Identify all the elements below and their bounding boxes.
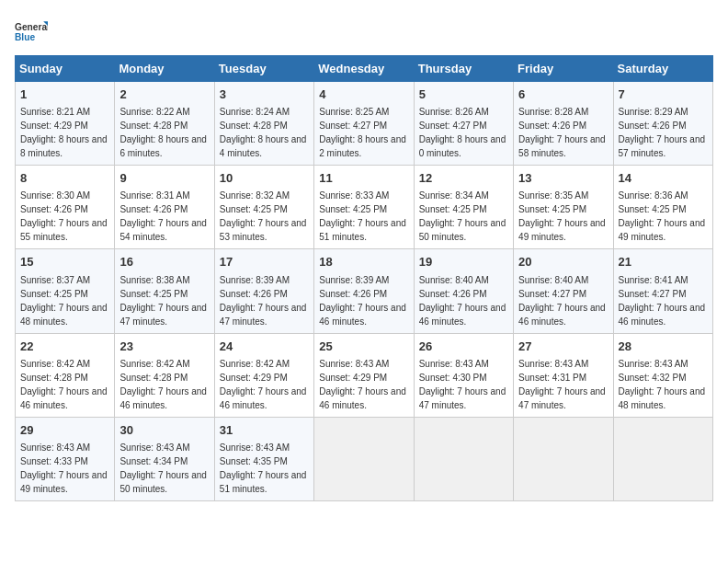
weekday-header: Sunday (16, 56, 115, 82)
day-number: 17 (220, 254, 309, 270)
weekday-header: Thursday (414, 56, 513, 82)
calendar-cell: 18Sunrise: 8:39 AMSunset: 4:26 PMDayligh… (314, 249, 414, 333)
calendar-cell: 12Sunrise: 8:34 AMSunset: 4:25 PMDayligh… (414, 166, 513, 249)
calendar-cell: 5Sunrise: 8:26 AMSunset: 4:27 PMDaylight… (414, 82, 513, 166)
calendar-cell: 8Sunrise: 8:30 AMSunset: 4:26 PMDaylight… (16, 166, 115, 249)
calendar-cell: 28Sunrise: 8:43 AMSunset: 4:32 PMDayligh… (613, 333, 712, 417)
day-info: Sunrise: 8:39 AMSunset: 4:26 PMDaylight:… (319, 275, 406, 327)
day-info: Sunrise: 8:26 AMSunset: 4:27 PMDaylight:… (419, 107, 506, 158)
calendar-cell (414, 417, 513, 500)
day-number: 14 (619, 170, 708, 187)
calendar-week-row: 15Sunrise: 8:37 AMSunset: 4:25 PMDayligh… (16, 249, 713, 333)
calendar-cell: 7Sunrise: 8:29 AMSunset: 4:26 PMDaylight… (613, 82, 712, 166)
day-info: Sunrise: 8:40 AMSunset: 4:27 PMDaylight:… (518, 275, 606, 327)
calendar-cell: 6Sunrise: 8:28 AMSunset: 4:26 PMDaylight… (514, 82, 613, 166)
calendar-week-row: 1Sunrise: 8:21 AMSunset: 4:29 PMDaylight… (16, 82, 713, 166)
day-info: Sunrise: 8:31 AMSunset: 4:26 PMDaylight:… (119, 190, 207, 242)
day-info: Sunrise: 8:35 AMSunset: 4:25 PMDaylight:… (518, 190, 606, 242)
day-number: 9 (119, 170, 209, 187)
calendar-cell (613, 417, 712, 500)
calendar-cell: 20Sunrise: 8:40 AMSunset: 4:27 PMDayligh… (514, 249, 613, 333)
calendar-cell: 14Sunrise: 8:36 AMSunset: 4:25 PMDayligh… (613, 166, 712, 249)
calendar-cell: 15Sunrise: 8:37 AMSunset: 4:25 PMDayligh… (16, 249, 115, 333)
day-number: 12 (419, 170, 508, 187)
day-info: Sunrise: 8:39 AMSunset: 4:26 PMDaylight:… (220, 275, 307, 327)
day-number: 3 (220, 86, 309, 103)
calendar-week-row: 8Sunrise: 8:30 AMSunset: 4:26 PMDaylight… (16, 166, 713, 249)
day-info: Sunrise: 8:24 AMSunset: 4:28 PMDaylight:… (220, 107, 307, 158)
calendar-week-row: 22Sunrise: 8:42 AMSunset: 4:28 PMDayligh… (16, 333, 713, 417)
calendar-cell: 11Sunrise: 8:33 AMSunset: 4:25 PMDayligh… (314, 166, 414, 249)
calendar-cell: 29Sunrise: 8:43 AMSunset: 4:33 PMDayligh… (16, 417, 115, 500)
day-info: Sunrise: 8:42 AMSunset: 4:28 PMDaylight:… (20, 359, 108, 410)
day-number: 2 (119, 86, 209, 103)
day-number: 27 (518, 339, 608, 355)
calendar-cell: 2Sunrise: 8:22 AMSunset: 4:28 PMDaylight… (115, 82, 214, 166)
logo: General Blue (15, 15, 48, 48)
calendar-header-row: SundayMondayTuesdayWednesdayThursdayFrid… (16, 56, 713, 82)
calendar-cell: 31Sunrise: 8:43 AMSunset: 4:35 PMDayligh… (214, 417, 313, 500)
calendar-body: 1Sunrise: 8:21 AMSunset: 4:29 PMDaylight… (16, 82, 713, 501)
calendar-cell: 23Sunrise: 8:42 AMSunset: 4:28 PMDayligh… (115, 333, 214, 417)
day-number: 18 (319, 254, 408, 270)
calendar-cell: 1Sunrise: 8:21 AMSunset: 4:29 PMDaylight… (16, 82, 115, 166)
day-number: 30 (119, 422, 209, 439)
day-info: Sunrise: 8:40 AMSunset: 4:26 PMDaylight:… (419, 275, 506, 327)
day-info: Sunrise: 8:25 AMSunset: 4:27 PMDaylight:… (319, 107, 406, 158)
calendar-cell: 16Sunrise: 8:38 AMSunset: 4:25 PMDayligh… (115, 249, 214, 333)
calendar-cell: 24Sunrise: 8:42 AMSunset: 4:29 PMDayligh… (214, 333, 313, 417)
calendar-cell: 25Sunrise: 8:43 AMSunset: 4:29 PMDayligh… (314, 333, 414, 417)
day-number: 20 (518, 254, 608, 270)
day-info: Sunrise: 8:43 AMSunset: 4:31 PMDaylight:… (518, 359, 606, 410)
calendar-cell: 30Sunrise: 8:43 AMSunset: 4:34 PMDayligh… (115, 417, 214, 500)
logo-icon: General Blue (15, 15, 48, 48)
svg-text:Blue: Blue (15, 32, 35, 42)
day-info: Sunrise: 8:28 AMSunset: 4:26 PMDaylight:… (518, 107, 606, 158)
day-info: Sunrise: 8:42 AMSunset: 4:29 PMDaylight:… (220, 359, 307, 410)
calendar-cell: 27Sunrise: 8:43 AMSunset: 4:31 PMDayligh… (514, 333, 613, 417)
day-number: 23 (119, 339, 209, 355)
calendar-week-row: 29Sunrise: 8:43 AMSunset: 4:33 PMDayligh… (16, 417, 713, 500)
day-number: 5 (419, 86, 508, 103)
calendar-cell: 19Sunrise: 8:40 AMSunset: 4:26 PMDayligh… (414, 249, 513, 333)
day-info: Sunrise: 8:43 AMSunset: 4:33 PMDaylight:… (20, 442, 108, 494)
weekday-header: Monday (115, 56, 214, 82)
day-number: 29 (20, 422, 109, 439)
day-number: 31 (220, 422, 309, 439)
day-info: Sunrise: 8:34 AMSunset: 4:25 PMDaylight:… (419, 190, 506, 242)
day-number: 1 (20, 86, 109, 103)
day-info: Sunrise: 8:43 AMSunset: 4:30 PMDaylight:… (419, 359, 506, 410)
day-number: 24 (220, 339, 309, 355)
day-info: Sunrise: 8:30 AMSunset: 4:26 PMDaylight:… (20, 190, 108, 242)
day-info: Sunrise: 8:32 AMSunset: 4:25 PMDaylight:… (220, 190, 307, 242)
day-info: Sunrise: 8:43 AMSunset: 4:32 PMDaylight:… (619, 359, 706, 410)
day-info: Sunrise: 8:21 AMSunset: 4:29 PMDaylight:… (20, 107, 108, 158)
weekday-header: Saturday (613, 56, 712, 82)
calendar-cell: 13Sunrise: 8:35 AMSunset: 4:25 PMDayligh… (514, 166, 613, 249)
calendar-cell: 22Sunrise: 8:42 AMSunset: 4:28 PMDayligh… (16, 333, 115, 417)
day-info: Sunrise: 8:33 AMSunset: 4:25 PMDaylight:… (319, 190, 406, 242)
day-number: 10 (220, 170, 309, 187)
day-number: 7 (619, 86, 708, 103)
day-info: Sunrise: 8:43 AMSunset: 4:34 PMDaylight:… (119, 442, 207, 494)
svg-text:General: General (15, 22, 48, 32)
day-number: 13 (518, 170, 608, 187)
day-info: Sunrise: 8:22 AMSunset: 4:28 PMDaylight:… (119, 107, 207, 158)
calendar-cell: 26Sunrise: 8:43 AMSunset: 4:30 PMDayligh… (414, 333, 513, 417)
day-number: 6 (518, 86, 608, 103)
calendar-cell: 9Sunrise: 8:31 AMSunset: 4:26 PMDaylight… (115, 166, 214, 249)
calendar-table: SundayMondayTuesdayWednesdayThursdayFrid… (15, 55, 713, 501)
page-header: General Blue (15, 15, 713, 48)
day-info: Sunrise: 8:36 AMSunset: 4:25 PMDaylight:… (619, 190, 706, 242)
day-number: 11 (319, 170, 408, 187)
weekday-header: Tuesday (214, 56, 313, 82)
day-info: Sunrise: 8:38 AMSunset: 4:25 PMDaylight:… (119, 275, 207, 327)
day-number: 22 (20, 339, 109, 355)
day-number: 26 (419, 339, 508, 355)
logo: General Blue (15, 15, 48, 48)
calendar-cell: 4Sunrise: 8:25 AMSunset: 4:27 PMDaylight… (314, 82, 414, 166)
day-info: Sunrise: 8:37 AMSunset: 4:25 PMDaylight:… (20, 275, 108, 327)
day-number: 21 (619, 254, 708, 270)
day-number: 28 (619, 339, 708, 355)
calendar-cell: 21Sunrise: 8:41 AMSunset: 4:27 PMDayligh… (613, 249, 712, 333)
